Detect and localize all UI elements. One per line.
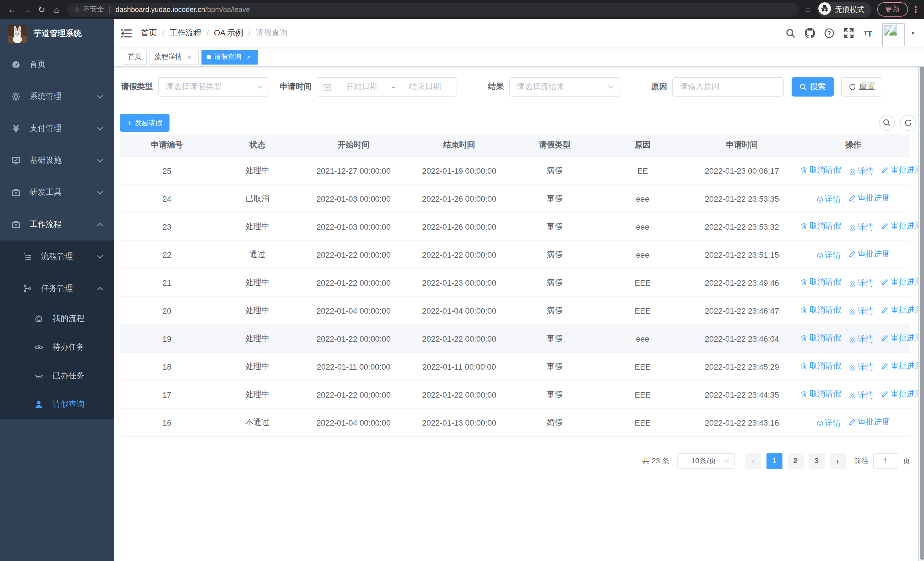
app-logo[interactable]: 芋道管理系统 — [0, 19, 114, 48]
forward-icon[interactable]: → — [20, 5, 34, 14]
approval-progress-link[interactable]: 审批进度 — [882, 389, 922, 399]
goto-page-input[interactable]: 1 — [873, 453, 898, 469]
github-icon[interactable] — [800, 19, 819, 47]
page-button-1[interactable]: 1 — [766, 453, 782, 469]
sidebar-item-研发工具[interactable]: 研发工具 — [0, 176, 114, 209]
leave-type-placeholder: 请选择请假类型 — [165, 82, 257, 92]
cell-applied: 2022-01-22 23:49:46 — [688, 269, 796, 296]
fullscreen-icon[interactable] — [839, 19, 858, 47]
trash-icon — [800, 390, 808, 398]
url-path: /bpm/oa/leave — [205, 5, 250, 14]
header-search-icon[interactable] — [781, 19, 800, 47]
home-icon[interactable]: ⌂ — [49, 5, 64, 14]
approval-progress-link[interactable]: 审批进度 — [882, 277, 922, 287]
tab-请假查询[interactable]: 请假查询× — [201, 50, 258, 64]
breadcrumb-item[interactable]: 工作流程 — [170, 28, 201, 38]
detail-link[interactable]: ◎详情 — [817, 194, 841, 204]
tab-首页[interactable]: 首页 — [123, 50, 147, 64]
page-button-2[interactable]: 2 — [787, 453, 803, 469]
reason-input[interactable]: 请输入原因 — [672, 77, 784, 96]
sidebar-toggle-icon[interactable] — [121, 28, 132, 38]
cancel-leave-link[interactable]: 取消请假 — [800, 361, 841, 371]
approval-progress-link[interactable]: 审批进度 — [882, 305, 922, 315]
detail-link[interactable]: ◎详情 — [817, 250, 841, 260]
help-icon[interactable]: ? — [819, 19, 839, 47]
approval-progress-link[interactable]: 审批进度 — [882, 165, 922, 175]
reset-button[interactable]: 重置 — [841, 77, 882, 96]
breadcrumb-item[interactable]: 首页 — [141, 28, 157, 38]
cell-end: 2022-01-26 00:00:00 — [406, 185, 512, 212]
approval-progress-link[interactable]: 审批进度 — [849, 249, 890, 259]
page-size-select[interactable]: 10条/页 — [678, 453, 735, 469]
cancel-leave-link[interactable]: 取消请假 — [800, 389, 841, 399]
apply-time-range-picker[interactable]: 开始日期 - 结束日期 — [317, 77, 457, 96]
cancel-leave-link[interactable]: 取消请假 — [800, 305, 841, 315]
cell-reason: EE — [597, 156, 688, 185]
breadcrumb-item[interactable]: OA 示例 — [214, 28, 243, 38]
close-icon[interactable]: × — [186, 53, 194, 60]
search-button[interactable]: 搜索 — [792, 77, 834, 96]
avatar[interactable] — [882, 23, 904, 46]
cell-status: 不通过 — [214, 409, 301, 436]
pen-icon — [882, 362, 889, 370]
leave-type-select[interactable]: 请选择请假类型 — [158, 77, 269, 96]
url-bar[interactable]: ⚠ 不安全 dashboard.yudao.iocoder.cn/bpm/oa/… — [68, 3, 799, 16]
browser-menu-icon[interactable]: ⋮ — [912, 4, 920, 15]
logo-image — [8, 24, 27, 43]
approval-progress-link[interactable]: 审批进度 — [882, 333, 922, 343]
next-page-button[interactable]: › — [830, 453, 846, 469]
close-icon[interactable]: × — [245, 53, 253, 60]
cancel-leave-link[interactable]: 取消请假 — [800, 277, 841, 287]
approval-progress-link[interactable]: 审批进度 — [849, 193, 890, 203]
cell-start: 2022-01-22 00:00:00 — [301, 241, 406, 269]
detail-link[interactable]: ◎详情 — [849, 278, 873, 288]
scrollbar-track[interactable] — [918, 19, 924, 561]
cancel-leave-link[interactable]: 取消请假 — [800, 221, 841, 231]
detail-link[interactable]: ◎详情 — [849, 362, 873, 372]
cancel-leave-link[interactable]: 取消请假 — [800, 333, 841, 343]
show-search-button[interactable] — [879, 115, 895, 131]
sidebar-item-待办任务[interactable]: 待办任务 — [0, 333, 114, 362]
column-header: 申请时间 — [688, 134, 796, 156]
sidebar-item-基础设施[interactable]: 基础设施 — [0, 144, 114, 176]
sidebar-item-我的流程[interactable]: 我的流程 — [0, 304, 114, 333]
avatar-dropdown-icon[interactable]: ▼ — [910, 30, 915, 36]
scrollbar-thumb[interactable] — [920, 20, 924, 560]
font-size-icon[interactable]: TT — [858, 19, 878, 47]
sidebar-item-系统管理[interactable]: 系统管理 — [0, 81, 114, 113]
refresh-table-button[interactable] — [900, 115, 916, 131]
detail-link[interactable]: ◎详情 — [849, 166, 873, 176]
security-label: 不安全 — [83, 5, 104, 14]
detail-link[interactable]: ◎详情 — [817, 418, 841, 428]
prev-page-button[interactable]: ‹ — [745, 453, 761, 469]
reload-icon[interactable]: ↻ — [34, 4, 49, 15]
back-icon[interactable]: ← — [4, 5, 20, 14]
result-select[interactable]: 请选择流结果 — [509, 77, 620, 96]
sidebar-item-支付管理[interactable]: ¥支付管理 — [0, 113, 114, 144]
detail-link[interactable]: ◎详情 — [849, 390, 873, 400]
detail-link[interactable]: ◎详情 — [849, 334, 873, 344]
sidebar-item-请假查询[interactable]: 请假查询 — [0, 390, 114, 419]
sidebar-item-工作流程[interactable]: 工作流程 — [0, 209, 114, 241]
cell-reason: eee — [597, 185, 688, 212]
sidebar-item-流程管理[interactable]: 流程管理 — [0, 241, 114, 272]
robot-icon — [34, 314, 44, 323]
detail-link[interactable]: ◎详情 — [849, 222, 873, 232]
create-leave-button[interactable]: + 发起请假 — [120, 114, 170, 132]
bookmark-star-icon[interactable]: ☆ — [804, 5, 812, 14]
main-area: 首页/工作流程/OA 示例/请假查询 ? TT — [114, 19, 924, 561]
cancel-leave-link[interactable]: 取消请假 — [800, 165, 841, 175]
sidebar-item-已办任务[interactable]: 已办任务 — [0, 362, 114, 390]
update-button[interactable]: 更新 — [877, 2, 908, 17]
breadcrumb: 首页/工作流程/OA 示例/请假查询 — [141, 28, 288, 38]
approval-progress-link[interactable]: 审批进度 — [849, 417, 890, 427]
approval-progress-link[interactable]: 审批进度 — [882, 221, 922, 231]
page-button-3[interactable]: 3 — [808, 453, 824, 469]
sidebar-item-首页[interactable]: 首页 — [0, 48, 114, 81]
sidebar-item-任务管理[interactable]: 任务管理 — [0, 272, 114, 304]
omnibox-divider — [109, 5, 110, 14]
approval-progress-link[interactable]: 审批进度 — [882, 361, 922, 371]
tab-流程详情[interactable]: 流程详情× — [150, 50, 199, 64]
cell-applied: 2022-01-22 23:45:29 — [688, 352, 796, 381]
detail-link[interactable]: ◎详情 — [849, 306, 873, 316]
